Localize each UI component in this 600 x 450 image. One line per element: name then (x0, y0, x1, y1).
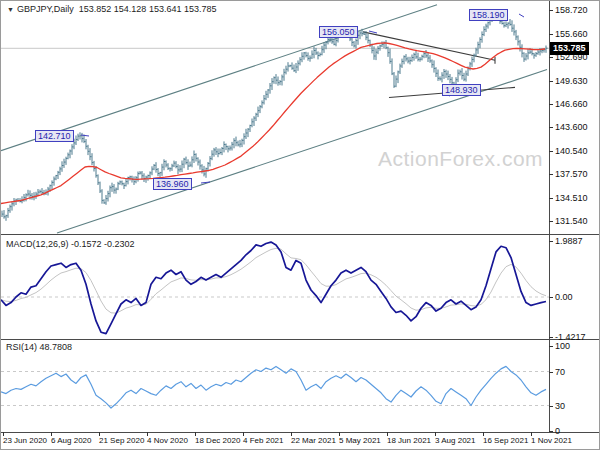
axis-tick (549, 297, 553, 298)
axis-tick (549, 406, 553, 407)
axis-tick (549, 174, 553, 175)
price-annotation-tag: 136.960 (153, 178, 192, 190)
trading-chart-window: ActionForex.com ▼GBPJPY,Daily 153.852 15… (0, 0, 600, 450)
axis-tick (549, 10, 553, 11)
panel-divider-rsi (1, 339, 600, 340)
rsi-panel-canvas[interactable] (1, 340, 549, 432)
date-axis-label: 4 Feb 2021 (243, 436, 283, 445)
price-axis-label: 140.540 (555, 146, 588, 156)
date-axis-label: 22 Mar 2021 (291, 436, 336, 445)
axis-tick (195, 432, 196, 436)
rsi-indicator-label: RSI(14) 48.7808 (6, 342, 72, 352)
date-axis-label: 18 Dec 2020 (195, 436, 240, 445)
macd-indicator-label: MACD(12,26,9) -0.1572 -0.2302 (6, 239, 135, 249)
axis-tick (549, 127, 553, 128)
date-axis-label: 5 May 2021 (339, 436, 381, 445)
axis-tick (51, 432, 52, 436)
axis-tick (291, 432, 292, 436)
macd-axis-label: 0.00 (555, 292, 573, 302)
price-axis-label: 134.510 (555, 193, 588, 203)
rsi-axis-label: 0 (555, 426, 560, 436)
price-axis-label: 137.570 (555, 169, 588, 179)
actionforex-watermark: ActionForex.com (378, 147, 543, 171)
axis-tick (147, 432, 148, 436)
axis-tick (483, 432, 484, 436)
price-annotation-tag: 158.190 (469, 9, 508, 21)
date-axis-label: 23 Jun 2020 (3, 436, 47, 445)
date-axis-label: 6 Aug 2020 (51, 436, 91, 445)
axis-tick (549, 241, 553, 242)
axis-tick (339, 432, 340, 436)
axis-tick (435, 432, 436, 436)
rsi-axis-label: 30 (555, 401, 565, 411)
price-axis-label: 158.720 (555, 5, 588, 15)
price-axis-label: 149.630 (555, 76, 588, 86)
axis-tick (549, 57, 553, 58)
axis-tick (549, 34, 553, 35)
x-axis-line (1, 432, 600, 433)
symbol-name: GBPJPY,Daily (17, 4, 74, 14)
date-axis-label: 16 Sep 2021 (483, 436, 528, 445)
date-axis-label: 4 Nov 2020 (147, 436, 188, 445)
chart-title: ▼GBPJPY,Daily 153.852 154.128 153.641 15… (7, 4, 216, 14)
price-axis-label: 143.600 (555, 122, 588, 132)
price-axis-label: 155.660 (555, 29, 588, 39)
price-chart-canvas[interactable] (1, 1, 549, 234)
date-axis-label: 21 Sep 2020 (99, 436, 144, 445)
panel-divider-macd (1, 234, 600, 235)
price-annotation-tag: 148.930 (442, 84, 481, 96)
axis-tick (549, 151, 553, 152)
axis-tick (549, 198, 553, 199)
axis-tick (549, 81, 553, 82)
y-axis-line (549, 1, 550, 432)
axis-tick (99, 432, 100, 436)
date-axis-label: 1 Nov 2021 (531, 436, 572, 445)
axis-tick (549, 372, 553, 373)
rsi-axis-label: 70 (555, 367, 565, 377)
axis-tick (549, 337, 553, 338)
date-axis-label: 18 Jun 2021 (387, 436, 431, 445)
current-price-label: 153.785 (550, 42, 589, 55)
axis-tick (549, 104, 553, 105)
ohlc-values: 153.852 154.128 153.641 153.785 (79, 4, 217, 14)
axis-tick (3, 432, 4, 436)
axis-tick (531, 432, 532, 436)
price-axis-label: 131.540 (555, 216, 588, 226)
macd-axis-label: 1.9887 (555, 236, 583, 246)
date-axis-label: 3 Aug 2021 (435, 436, 475, 445)
axis-tick (387, 432, 388, 436)
price-annotation-tag: 156.050 (319, 26, 358, 38)
macd-panel-canvas[interactable] (1, 235, 549, 339)
axis-tick (243, 432, 244, 436)
axis-tick (549, 221, 553, 222)
price-axis-label: 146.660 (555, 99, 588, 109)
axis-tick (549, 346, 553, 347)
symbol-collapse-icon[interactable]: ▼ (7, 6, 14, 13)
rsi-axis-label: 100 (555, 341, 570, 351)
price-annotation-tag: 142.710 (35, 130, 74, 142)
axis-tick (549, 431, 553, 432)
